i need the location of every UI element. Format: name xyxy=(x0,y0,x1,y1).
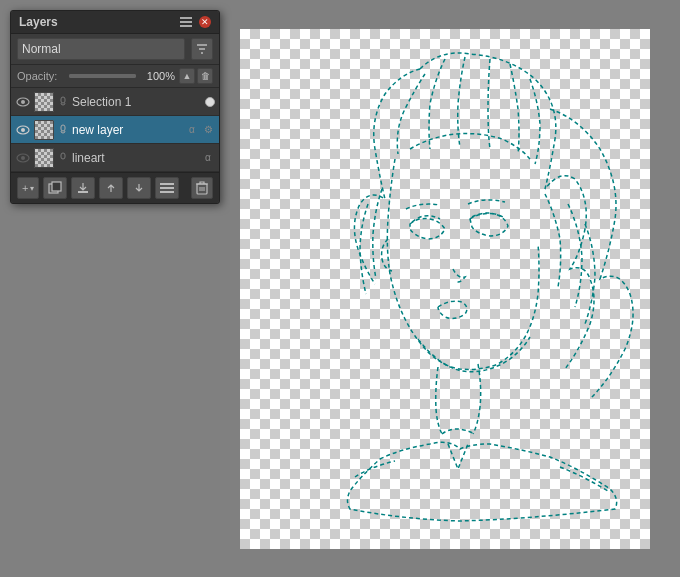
merge-layer-button[interactable] xyxy=(71,177,95,199)
svg-rect-13 xyxy=(160,187,174,189)
layer-eye-icon[interactable] xyxy=(15,122,31,138)
layer-thumbnail xyxy=(34,92,54,112)
move-layer-up-button[interactable] xyxy=(99,177,123,199)
svg-point-4 xyxy=(21,100,25,104)
layer-properties-button[interactable] xyxy=(155,177,179,199)
layers-panel: Layers ✕ Normal Opacity: 100% ▲ 🗑 xyxy=(10,10,220,204)
canvas-area xyxy=(230,20,660,557)
layer-chain-icon xyxy=(57,152,69,164)
opacity-value: 100% xyxy=(140,70,175,82)
svg-rect-0 xyxy=(180,17,192,19)
delete-layer-button[interactable] xyxy=(191,177,213,199)
duplicate-layer-button[interactable] xyxy=(43,177,67,199)
canvas-drawing[interactable] xyxy=(240,29,650,549)
svg-rect-14 xyxy=(160,191,174,193)
layer-eye-icon[interactable] xyxy=(15,150,31,166)
layer-thumbnail xyxy=(34,120,54,140)
move-layer-down-button[interactable] xyxy=(127,177,151,199)
layer-chain-icon xyxy=(57,96,69,108)
layers-list: Selection 1 new layer α ⚙ xyxy=(11,88,219,172)
canvas-wrapper xyxy=(240,29,650,549)
opacity-slider[interactable] xyxy=(69,74,136,78)
svg-rect-12 xyxy=(160,183,174,185)
blend-mode-select[interactable]: Normal xyxy=(17,38,185,60)
layers-toolbar: + ▾ xyxy=(11,172,219,203)
layer-item[interactable]: lineart α xyxy=(11,144,219,172)
layers-panel-title: Layers xyxy=(19,15,58,29)
layer-alpha-icon[interactable]: α xyxy=(201,151,215,165)
layers-title-bar: Layers ✕ xyxy=(11,11,219,34)
layer-actions: α xyxy=(201,151,215,165)
layer-chain-icon xyxy=(57,124,69,136)
svg-point-6 xyxy=(21,128,25,132)
panel-close-button[interactable]: ✕ xyxy=(199,16,211,28)
layer-name: new layer xyxy=(72,123,182,137)
blend-mode-row: Normal xyxy=(11,34,219,65)
filter-button[interactable] xyxy=(191,38,213,60)
title-bar-icons: ✕ xyxy=(179,15,211,29)
opacity-buttons: ▲ 🗑 xyxy=(179,68,213,84)
svg-rect-1 xyxy=(180,21,192,23)
layer-alpha-icon[interactable]: α xyxy=(185,123,199,137)
opacity-label: Opacity: xyxy=(17,70,65,82)
layer-dot xyxy=(205,97,215,107)
svg-rect-2 xyxy=(180,25,192,27)
panel-menu-icon[interactable] xyxy=(179,15,193,29)
layer-actions: α ⚙ xyxy=(185,123,215,137)
layer-item[interactable]: Selection 1 xyxy=(11,88,219,116)
svg-point-8 xyxy=(21,156,25,160)
opacity-arrow-up[interactable]: ▲ xyxy=(179,68,195,84)
layer-eye-icon[interactable] xyxy=(15,94,31,110)
opacity-row: Opacity: 100% ▲ 🗑 xyxy=(11,65,219,88)
layer-name: lineart xyxy=(72,151,198,165)
add-layer-button[interactable]: + ▾ xyxy=(17,177,39,199)
layer-thumbnail xyxy=(34,148,54,168)
opacity-trash[interactable]: 🗑 xyxy=(197,68,213,84)
svg-rect-11 xyxy=(78,191,88,193)
layer-item[interactable]: new layer α ⚙ xyxy=(11,116,219,144)
svg-rect-10 xyxy=(52,182,61,191)
layer-name: Selection 1 xyxy=(72,95,202,109)
layer-settings-icon[interactable]: ⚙ xyxy=(201,123,215,137)
